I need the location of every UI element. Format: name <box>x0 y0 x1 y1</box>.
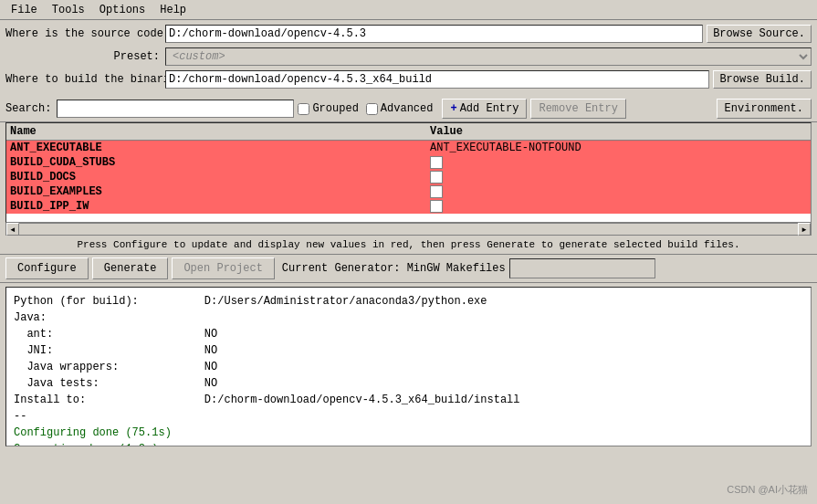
row-name: BUILD_EXAMPLES <box>10 185 430 198</box>
hscrollbar[interactable]: ◄ ► <box>5 223 812 236</box>
grouped-label: Grouped <box>312 102 358 115</box>
add-entry-button[interactable]: + Add Entry <box>442 99 527 119</box>
preset-row: Preset: <custom> <box>5 47 812 67</box>
build-input[interactable] <box>165 70 709 89</box>
cmake-table: Name Value ANT_EXECUTABLEANT_EXECUTABLE-… <box>5 122 812 223</box>
row-value[interactable] <box>430 185 807 198</box>
hscroll-right[interactable]: ► <box>798 223 811 236</box>
table-row[interactable]: BUILD_CUDA_STUBS <box>6 155 811 170</box>
col-value-header: Value <box>430 125 807 138</box>
log-line: Python (for build): D:/Users/Administrat… <box>14 293 803 310</box>
output-log: Python (for build): D:/Users/Administrat… <box>5 287 812 446</box>
row-name: ANT_EXECUTABLE <box>10 142 430 154</box>
row-name: BUILD_IPP_IW <box>10 200 430 213</box>
log-line: JNI: NO <box>14 342 803 359</box>
col-name-header: Name <box>10 125 430 138</box>
row-value[interactable] <box>430 171 807 184</box>
table-row[interactable]: BUILD_EXAMPLES <box>6 184 811 199</box>
add-entry-label: Add Entry <box>460 102 519 115</box>
row-value[interactable] <box>430 200 807 213</box>
browse-build-button[interactable]: Browse Build. <box>713 70 812 89</box>
log-line: Java tests: NO <box>14 375 803 392</box>
preset-label: Preset: <box>5 50 165 63</box>
table-header: Name Value <box>6 123 811 141</box>
preset-select[interactable]: <custom> <box>165 47 812 66</box>
button-bar: Configure Generate Open Project Current … <box>0 255 817 283</box>
open-project-button[interactable]: Open Project <box>172 257 274 279</box>
log-line: Configuring done (75.1s) <box>14 425 803 441</box>
search-label: Search: <box>5 102 51 115</box>
table-row[interactable]: BUILD_IPP_IW <box>6 199 811 214</box>
row-value: ANT_EXECUTABLE-NOTFOUND <box>430 142 807 154</box>
generator-input[interactable] <box>509 258 655 278</box>
menu-options[interactable]: Options <box>92 2 152 18</box>
table-body: ANT_EXECUTABLEANT_EXECUTABLE-NOTFOUNDBUI… <box>6 141 811 214</box>
advanced-checkbox-group[interactable]: Advanced <box>366 102 434 115</box>
row-name: BUILD_DOCS <box>10 171 430 184</box>
source-label: Where is the source code: <box>5 27 165 40</box>
status-message: Press Configure to update and display ne… <box>0 236 817 255</box>
remove-entry-button[interactable]: Remove Entry <box>530 99 625 119</box>
log-line: ant: NO <box>14 326 803 342</box>
grouped-checkbox[interactable] <box>298 103 309 115</box>
remove-entry-label: Remove Entry <box>539 102 617 115</box>
build-label: Where to build the binaries: <box>5 73 165 86</box>
log-line: -- <box>14 408 803 425</box>
generate-button[interactable]: Generate <box>92 257 169 279</box>
menu-help[interactable]: Help <box>152 2 194 18</box>
generator-label: Current Generator: MinGW Makefiles <box>282 262 506 275</box>
plus-icon: + <box>450 102 456 115</box>
browse-source-button[interactable]: Browse Source. <box>707 25 812 43</box>
grouped-checkbox-group[interactable]: Grouped <box>298 102 358 115</box>
build-row: Where to build the binaries: Browse Buil… <box>5 69 812 89</box>
environment-button[interactable]: Environment. <box>717 99 812 119</box>
source-row: Where is the source code: Browse Source. <box>5 24 812 44</box>
search-input[interactable] <box>57 100 294 118</box>
environment-label: Environment. <box>725 102 803 115</box>
row-checkbox[interactable] <box>430 200 443 213</box>
row-checkbox[interactable] <box>430 171 443 184</box>
table-row[interactable]: BUILD_DOCS <box>6 170 811 184</box>
search-row: Search: Grouped Advanced + Add Entry Rem… <box>0 96 817 122</box>
form-section: Where is the source code: Browse Source.… <box>0 20 817 96</box>
row-checkbox[interactable] <box>430 185 443 198</box>
advanced-checkbox[interactable] <box>366 103 378 115</box>
menubar: File Tools Options Help <box>0 0 817 20</box>
log-line: Java: <box>14 310 803 326</box>
log-line: Install to: D:/chorm-download/opencv-4.5… <box>14 392 803 408</box>
menu-tools[interactable]: Tools <box>45 2 92 18</box>
row-checkbox[interactable] <box>430 156 443 169</box>
log-line: Java wrappers: NO <box>14 359 803 375</box>
advanced-label: Advanced <box>381 102 434 115</box>
log-line: Generating done (1.2s) <box>14 441 803 446</box>
configure-button[interactable]: Configure <box>5 257 89 279</box>
source-input[interactable] <box>165 25 703 43</box>
menu-file[interactable]: File <box>4 2 45 18</box>
hscroll-left[interactable]: ◄ <box>6 223 19 236</box>
table-row[interactable]: ANT_EXECUTABLEANT_EXECUTABLE-NOTFOUND <box>6 141 811 155</box>
row-name: BUILD_CUDA_STUBS <box>10 156 430 169</box>
row-value[interactable] <box>430 156 807 169</box>
